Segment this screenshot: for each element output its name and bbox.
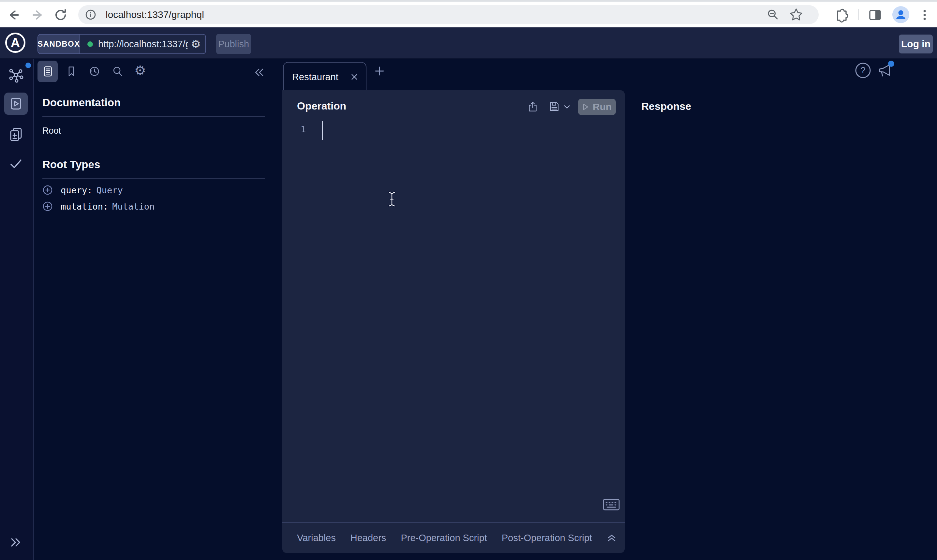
operation-editor-panel: Operation Run 1 — [282, 90, 625, 553]
schema-graph-icon[interactable] — [8, 68, 24, 83]
field-type-link[interactable]: Query — [97, 185, 123, 195]
saved-operations-bookmark-icon[interactable] — [65, 65, 78, 78]
new-tab-icon[interactable] — [374, 66, 385, 76]
main-content: ⚙ Documentation Root Root Types query: Q… — [0, 58, 937, 560]
login-button[interactable]: Log in — [899, 35, 933, 54]
response-panel-title: Response — [641, 100, 691, 112]
browser-menu-icon[interactable] — [917, 7, 932, 23]
connection-settings-gear-icon[interactable]: ⚙ — [191, 38, 201, 49]
apollo-logo-letter: A — [11, 36, 20, 49]
documentation-title: Documentation — [42, 97, 121, 109]
checklist-icon[interactable] — [8, 156, 24, 171]
url-text: localhost:1337/graphql — [106, 9, 204, 20]
left-nav-rail — [0, 58, 33, 560]
editor-line-number: 1 — [301, 124, 306, 134]
mouse-ibeam-cursor — [387, 191, 397, 208]
editor-text-caret — [322, 121, 323, 140]
browser-back-icon[interactable] — [6, 7, 22, 23]
root-types-divider — [42, 178, 265, 178]
field-type-link[interactable]: Mutation — [112, 202, 155, 212]
tab-label: Restaurant — [292, 72, 338, 83]
side-panel-icon[interactable] — [867, 7, 883, 23]
explorer-icon[interactable] — [8, 96, 23, 111]
history-icon[interactable] — [88, 65, 100, 78]
explorer-settings-gear-icon[interactable]: ⚙ — [134, 64, 146, 77]
connection-status-dot — [88, 42, 93, 47]
expand-footer-icon[interactable] — [607, 534, 617, 542]
post-operation-script-tab[interactable]: Post-Operation Script — [502, 532, 592, 543]
root-breadcrumb-link[interactable]: Root — [42, 126, 61, 136]
operation-title: Operation — [297, 100, 346, 112]
publish-button[interactable]: Publish — [216, 34, 251, 54]
keyboard-shortcuts-icon[interactable] — [603, 498, 620, 511]
operation-footer-bar: Variables Headers Pre-Operation Script P… — [282, 522, 625, 553]
extensions-icon[interactable] — [834, 7, 849, 23]
browser-forward-icon[interactable] — [30, 7, 46, 23]
graph-endpoint-chip[interactable]: SANDBOX http://localhost:1337/gra... ⚙ — [37, 34, 206, 54]
toolbar-divider — [859, 9, 859, 20]
add-mutation-field-icon[interactable] — [42, 201, 53, 212]
doc-divider — [42, 116, 265, 117]
browser-top-strip — [0, 0, 937, 2]
close-tab-icon[interactable] — [350, 73, 358, 81]
workspace: Restaurant Operation Run — [282, 58, 937, 560]
root-type-row-mutation[interactable]: mutation: Mutation — [42, 198, 271, 214]
documentation-tab-icon[interactable] — [42, 66, 54, 77]
browser-reload-icon[interactable] — [53, 7, 68, 23]
root-type-row-query[interactable]: query: Query — [42, 182, 271, 198]
run-play-icon — [582, 103, 589, 111]
root-types-title: Root Types — [42, 158, 100, 171]
bookmark-star-icon[interactable] — [789, 7, 804, 22]
sandbox-badge: SANDBOX — [38, 35, 80, 54]
browser-toolbar: localhost:1337/graphql — [0, 0, 937, 28]
profile-avatar[interactable] — [892, 6, 909, 23]
field-name: query: — [61, 185, 92, 195]
field-name: mutation: — [61, 202, 108, 212]
schema-notification-dot — [25, 63, 31, 68]
endpoint-url-field[interactable]: http://localhost:1337/gra... ⚙ — [80, 35, 205, 54]
collapse-panel-icon[interactable] — [253, 66, 266, 79]
variables-tab[interactable]: Variables — [297, 532, 336, 543]
zoom-out-icon[interactable] — [766, 8, 780, 22]
app-header: A SANDBOX http://localhost:1337/gra... ⚙… — [0, 28, 937, 58]
schema-diff-icon[interactable] — [8, 126, 24, 142]
headers-tab[interactable]: Headers — [351, 532, 386, 543]
add-query-field-icon[interactable] — [42, 185, 53, 195]
operation-tab-restaurant[interactable]: Restaurant — [283, 62, 366, 91]
endpoint-url-text: http://localhost:1337/gra... — [98, 39, 188, 49]
share-operation-icon[interactable] — [527, 101, 539, 112]
browser-address-bar[interactable]: localhost:1337/graphql — [78, 5, 819, 24]
save-options-chevron-icon[interactable] — [563, 105, 571, 110]
run-button[interactable]: Run — [578, 99, 616, 115]
pre-operation-script-tab[interactable]: Pre-Operation Script — [401, 532, 487, 543]
documentation-panel: ⚙ Documentation Root Root Types query: Q… — [34, 58, 282, 560]
save-operation-icon[interactable] — [548, 101, 560, 112]
expand-sidebar-icon[interactable] — [9, 535, 23, 549]
search-icon[interactable] — [111, 65, 124, 78]
apollo-logo[interactable]: A — [5, 32, 25, 53]
